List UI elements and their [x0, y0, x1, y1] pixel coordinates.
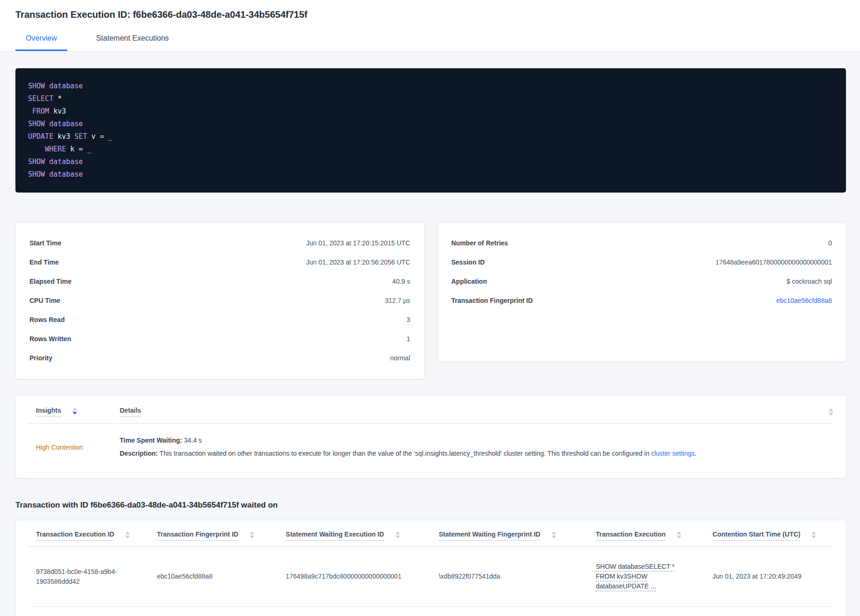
- sort-desc-icon: [395, 536, 400, 538]
- sort-asc-icon: [677, 531, 681, 534]
- stat-value: Jun 01, 2023 at 17:20:15:2015 UTC: [306, 238, 410, 248]
- stat-row: Start TimeJun 01, 2023 at 17:20:15:2015 …: [29, 234, 410, 253]
- column-header-statement-waiting-execution-id[interactable]: Statement Waiting Execution ID: [286, 520, 438, 547]
- sort-asc-icon: [72, 408, 77, 410]
- execution-stats-card: Start TimeJun 01, 2023 at 17:20:15:2015 …: [15, 222, 424, 379]
- sort-toggle[interactable]: [395, 531, 400, 538]
- sql-line: SELECT *: [28, 93, 833, 105]
- time-spent-waiting-label: Time Spent Waiting:: [120, 437, 182, 444]
- stat-value: normal: [390, 353, 410, 363]
- insights-table: Insights Details High Contention Time Sp…: [28, 395, 833, 473]
- stat-row: Prioritynormal: [29, 349, 410, 368]
- stat-label: Elapsed Time: [29, 277, 72, 287]
- sql-keyword: SHOW database: [28, 120, 83, 128]
- tab-statement-executions[interactable]: Statement Executions: [86, 34, 179, 51]
- stat-label: Transaction Fingerprint ID: [452, 296, 533, 306]
- sort-toggle[interactable]: [72, 408, 77, 415]
- page-title: Transaction Execution ID: f6be6366-da03-…: [15, 9, 845, 20]
- stat-row: Transaction Fingerprint IDebc10ae56cfd88…: [452, 291, 832, 310]
- sort-asc-icon: [811, 531, 816, 534]
- summary-cards-row: Start TimeJun 01, 2023 at 17:20:15:2015 …: [15, 222, 846, 379]
- sql-text: *: [53, 94, 62, 103]
- tab-overview[interactable]: Overview: [15, 34, 67, 51]
- sql-keyword: WHERE: [45, 145, 66, 153]
- sql-line: SHOW database: [28, 118, 833, 130]
- sql-line: SHOW database: [28, 156, 833, 168]
- sql-text: [28, 145, 45, 153]
- stat-value: 40.9 s: [392, 277, 410, 287]
- column-header-transaction-fingerprint-id[interactable]: Transaction Fingerprint ID: [157, 520, 286, 547]
- sort-toggle[interactable]: [829, 408, 833, 415]
- sql-text: kv3: [53, 132, 74, 141]
- sql-text: v = _: [87, 132, 112, 141]
- stat-row: CPU Time312.7 µs: [29, 291, 410, 310]
- sql-keyword: FROM: [32, 107, 49, 115]
- stat-value: 3: [407, 315, 410, 325]
- sort-toggle[interactable]: [811, 531, 816, 538]
- cell-statement-waiting-execution-id: 176498a9c717bdc80000000000000001: [286, 547, 438, 607]
- sql-keyword: SHOW database: [28, 170, 83, 179]
- description-label: Description:: [120, 450, 158, 457]
- sql-line: UPDATE kv3 SET v = _: [28, 130, 833, 143]
- waited-on-row: 9738d051-bc0e-4158-a9b4-1903586ddd42 ebc…: [28, 547, 833, 607]
- stat-value: 17648a9eea6017800000000000000001: [716, 258, 832, 267]
- stat-value: 1: [407, 334, 410, 344]
- sort-toggle[interactable]: [125, 531, 130, 538]
- sort-desc-icon: [125, 536, 130, 538]
- insights-header-row: Insights Details: [28, 395, 833, 424]
- column-header-transaction-execution[interactable]: Transaction Execution: [596, 520, 713, 547]
- sql-line: SHOW database: [28, 80, 833, 93]
- column-label: Contention Start Time (UTC): [713, 530, 801, 541]
- column-header-transaction-execution-id[interactable]: Transaction Execution ID: [28, 520, 157, 547]
- transaction-fingerprint-link[interactable]: ebc10ae56cfd88a8: [776, 296, 832, 306]
- stat-label: Start Time: [29, 238, 61, 248]
- sort-desc-icon: [552, 536, 556, 538]
- cell-transaction-fingerprint-id: ebc10ae56cfd88a8: [157, 547, 286, 607]
- insight-details-cell: Time Spent Waiting: 34.4 s Description: …: [120, 424, 833, 473]
- sort-desc-icon: [72, 412, 77, 415]
- sort-desc-icon: [250, 536, 254, 538]
- cell-statement-waiting-fingerprint-id: \xdb8922f077541dda: [439, 547, 596, 607]
- description-text: This transaction waited on other transac…: [158, 450, 651, 457]
- sort-toggle[interactable]: [677, 531, 681, 538]
- column-label: Insights: [36, 407, 61, 417]
- waited-on-table: Transaction Execution IDTransaction Fing…: [28, 520, 833, 607]
- column-header-details[interactable]: Details: [120, 395, 706, 424]
- time-spent-waiting-value: 34.4 s: [182, 437, 202, 444]
- stat-label: Rows Written: [29, 334, 71, 344]
- time-spent-waiting-line: Time Spent Waiting: 34.4 s: [120, 435, 833, 446]
- sort-toggle[interactable]: [250, 531, 254, 538]
- stat-label: Rows Read: [29, 315, 64, 325]
- session-info-card: Number of Retries0Session ID17648a9eea60…: [437, 222, 846, 362]
- sql-keyword: SELECT: [28, 94, 53, 103]
- column-label: Transaction Execution ID: [36, 530, 114, 541]
- stat-row: Session ID17648a9eea60178000000000000000…: [452, 253, 832, 272]
- stat-row: End TimeJun 01, 2023 at 17:20:56:2056 UT…: [29, 253, 410, 272]
- waited-on-card: Transaction Execution IDTransaction Fing…: [15, 520, 846, 616]
- description-line: Description: This transaction waited on …: [120, 448, 833, 459]
- column-header-statement-waiting-fingerprint-id[interactable]: Statement Waiting Fingerprint ID: [439, 520, 596, 547]
- cluster-settings-link[interactable]: cluster settings: [651, 450, 695, 457]
- stat-label: End Time: [29, 258, 59, 267]
- stat-value: 312.7 µs: [385, 296, 410, 306]
- sql-keyword: SHOW database: [28, 158, 83, 166]
- stat-label: Application: [452, 277, 487, 287]
- column-label: Statement Waiting Execution ID: [286, 530, 384, 541]
- sort-toggle[interactable]: [552, 531, 556, 538]
- waited-on-title: Transaction with ID f6be6366-da03-48de-a…: [15, 501, 846, 510]
- stat-value: 0: [828, 238, 832, 248]
- sort-asc-icon: [829, 408, 833, 411]
- transaction-execution-link[interactable]: SHOW databaseSELECT * FROM kv3SHOW datab…: [596, 562, 679, 591]
- column-header-contention-start-time-utc[interactable]: Contention Start Time (UTC): [713, 520, 833, 547]
- sort-asc-icon: [395, 531, 400, 534]
- cell-transaction-execution-id: 9738d051-bc0e-4158-a9b4-1903586ddd42: [28, 547, 157, 607]
- sql-keyword: UPDATE: [28, 132, 53, 141]
- column-label: Details: [120, 407, 141, 417]
- page-header: Transaction Execution ID: f6be6366-da03-…: [0, 0, 860, 51]
- column-header-insights[interactable]: Insights: [28, 395, 120, 424]
- stat-label: Session ID: [452, 258, 485, 267]
- page-content: SHOW databaseSELECT * FROM kv3SHOW datab…: [0, 51, 860, 616]
- insights-card: Insights Details High Contention Time Sp…: [15, 395, 846, 478]
- description-suffix: .: [695, 450, 697, 457]
- sql-text: [28, 107, 32, 115]
